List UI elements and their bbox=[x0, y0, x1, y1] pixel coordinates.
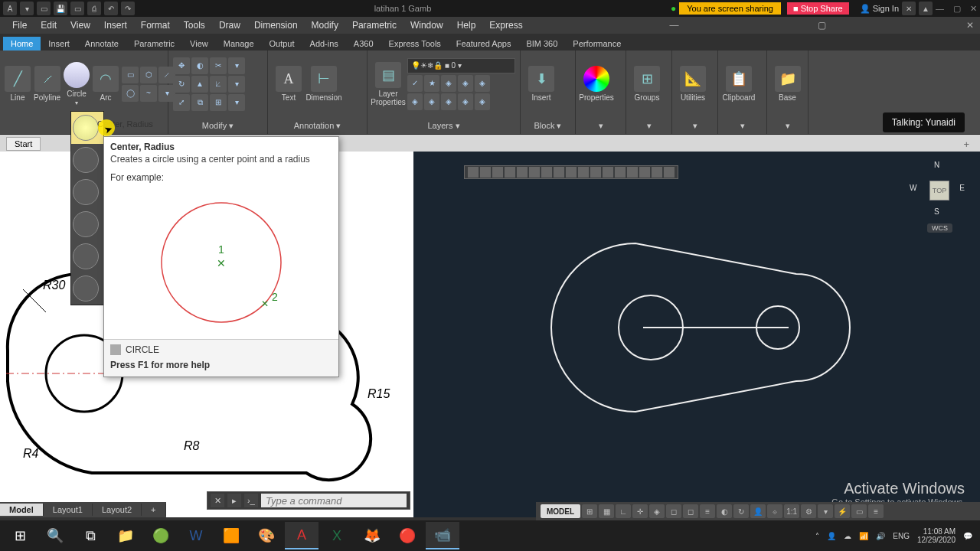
status-model-button[interactable]: MODEL bbox=[541, 504, 580, 518]
tray-cloud-icon[interactable]: ☁ bbox=[844, 532, 851, 540]
menu-window[interactable]: Window bbox=[404, 18, 449, 32]
status-cycling-icon[interactable]: ↻ bbox=[733, 504, 749, 518]
explorer-icon[interactable]: 📁 bbox=[109, 522, 142, 549]
dimension-button[interactable]: ⊢Dimension bbox=[308, 66, 340, 102]
qat-new-icon[interactable]: ▾ bbox=[20, 2, 34, 15]
status-ortho-icon[interactable]: ∟ bbox=[616, 504, 631, 518]
modify-buttons[interactable]: ✥◐✂▾ ↻▲⟀▾ ⤢⧉⊞▾ bbox=[173, 57, 245, 111]
qat-plot-icon[interactable]: ⎙ bbox=[87, 2, 101, 15]
search-button[interactable]: 🔍 bbox=[38, 522, 72, 549]
circle-2point-item[interactable] bbox=[71, 176, 103, 208]
start-button[interactable]: ⊞ bbox=[3, 522, 37, 549]
status-annoscale-icon[interactable]: ⟐ bbox=[767, 504, 782, 518]
utilities-button[interactable]: 📐Utilities bbox=[677, 66, 709, 102]
tab-a360[interactable]: A360 bbox=[346, 37, 381, 51]
tab-layout2[interactable]: Layout2 bbox=[93, 504, 142, 516]
layer-dropdown[interactable]: 💡☀❄🔒 ■ 0 ▾ bbox=[407, 58, 515, 73]
sign-in-button[interactable]: 👤 Sign In bbox=[860, 4, 899, 14]
insert-block-button[interactable]: ⬇Insert bbox=[525, 66, 557, 102]
tab-start[interactable]: Start bbox=[6, 137, 41, 151]
tray-wifi-icon[interactable]: 📶 bbox=[859, 532, 868, 540]
command-input[interactable] bbox=[261, 494, 407, 507]
menu-parametric[interactable]: Parametric bbox=[346, 18, 403, 32]
menu-insert[interactable]: Insert bbox=[98, 18, 133, 32]
status-scale-button[interactable]: 1:1 bbox=[784, 504, 799, 518]
menu-help[interactable]: Help bbox=[451, 18, 482, 32]
taskview-button[interactable]: ⧉ bbox=[74, 522, 107, 549]
doc-minimize-icon[interactable]: — bbox=[663, 18, 677, 32]
exchange-icon[interactable]: ▲ bbox=[919, 2, 933, 15]
clipboard-button[interactable]: 📋Clipboard bbox=[723, 66, 755, 102]
tab-featured[interactable]: Featured Apps bbox=[449, 37, 519, 51]
new-tab-button[interactable]: + bbox=[959, 139, 974, 150]
menu-view[interactable]: View bbox=[64, 18, 96, 32]
status-polar-icon[interactable]: ✛ bbox=[632, 504, 648, 518]
qat-save-icon[interactable]: 💾 bbox=[54, 2, 67, 15]
status-clean-icon[interactable]: ▭ bbox=[851, 504, 867, 518]
tab-insert[interactable]: Insert bbox=[41, 37, 77, 51]
close-button[interactable]: ✕ bbox=[970, 4, 977, 14]
status-hardware-icon[interactable]: ⚡ bbox=[835, 504, 850, 518]
arc-button[interactable]: ◠Arc bbox=[93, 66, 119, 102]
tab-manage[interactable]: Manage bbox=[216, 37, 262, 51]
status-transparency-icon[interactable]: ◐ bbox=[717, 504, 732, 518]
circle-center-diameter-item[interactable] bbox=[71, 144, 103, 176]
menu-tools[interactable]: Tools bbox=[178, 18, 211, 32]
qat-undo-icon[interactable]: ↶ bbox=[104, 2, 118, 15]
qat-redo-icon[interactable]: ↷ bbox=[121, 2, 135, 15]
tray-chevron-icon[interactable]: ˄ bbox=[815, 532, 819, 540]
status-lwt-icon[interactable]: ≡ bbox=[700, 504, 715, 518]
tab-bim360[interactable]: BIM 360 bbox=[518, 37, 565, 51]
maximize-button[interactable]: ▢ bbox=[953, 4, 961, 14]
status-gear-icon[interactable]: ⚙ bbox=[801, 504, 816, 518]
viewport-right[interactable]: TOP N S E W WCS Activate Windows Go to S… bbox=[413, 152, 980, 517]
zoom-icon[interactable]: 📹 bbox=[426, 522, 459, 549]
excel-icon[interactable]: X bbox=[320, 522, 354, 549]
tab-parametric[interactable]: Parametric bbox=[126, 37, 182, 51]
app-red-icon[interactable]: 🔴 bbox=[390, 522, 424, 549]
polyline-button[interactable]: ⟋Polyline bbox=[34, 66, 60, 102]
layer-properties-button[interactable]: ▤Layer Properties bbox=[372, 62, 404, 106]
qat-open-icon[interactable]: ▭ bbox=[37, 2, 51, 15]
tab-model[interactable]: Model bbox=[0, 504, 44, 516]
line-button[interactable]: ╱Line bbox=[5, 66, 31, 102]
circle-button[interactable]: Circle▾ bbox=[64, 62, 90, 106]
tab-annotate[interactable]: Annotate bbox=[77, 37, 126, 51]
menu-express[interactable]: Express bbox=[483, 18, 528, 32]
status-custom-icon[interactable]: ≡ bbox=[868, 504, 884, 518]
status-osnap-icon[interactable]: ◻ bbox=[666, 504, 681, 518]
status-3dosnap-icon[interactable]: ◻ bbox=[683, 504, 698, 518]
menu-format[interactable]: Format bbox=[135, 18, 176, 32]
tab-performance[interactable]: Performance bbox=[565, 37, 629, 51]
autocad-icon[interactable]: A bbox=[285, 522, 318, 549]
cmdline-close-icon[interactable]: ✕ bbox=[211, 494, 224, 507]
tab-express[interactable]: Express Tools bbox=[381, 37, 449, 51]
menu-modify[interactable]: Modify bbox=[305, 18, 345, 32]
tray-volume-icon[interactable]: 🔊 bbox=[876, 532, 885, 540]
circle-ttt-item[interactable] bbox=[71, 272, 103, 305]
minimize-button[interactable]: — bbox=[936, 4, 944, 14]
tray-people-icon[interactable]: 👤 bbox=[827, 532, 836, 540]
chrome-icon[interactable]: 🟢 bbox=[144, 522, 178, 549]
text-button[interactable]: AText bbox=[273, 66, 305, 102]
status-annomon-icon[interactable]: 👤 bbox=[750, 504, 766, 518]
menu-draw[interactable]: Draw bbox=[213, 18, 247, 32]
tray-lang-icon[interactable]: ENG bbox=[893, 532, 910, 540]
stop-share-button[interactable]: ■ Stop Share bbox=[787, 2, 849, 15]
clock[interactable]: 11:08 AM 12/29/2020 bbox=[917, 527, 956, 544]
base-button[interactable]: 📁Base bbox=[772, 66, 803, 102]
menu-file[interactable]: File bbox=[6, 18, 33, 32]
draw-small-buttons[interactable]: ▭⬡⟋ ◯~▾ bbox=[122, 67, 175, 102]
tab-view[interactable]: View bbox=[182, 37, 216, 51]
status-grid-icon[interactable]: ⊞ bbox=[582, 504, 597, 518]
app-orange-icon[interactable]: 🟧 bbox=[214, 522, 248, 549]
status-iso-icon[interactable]: ◈ bbox=[649, 504, 665, 518]
tab-layout1[interactable]: Layout1 bbox=[44, 504, 93, 516]
menu-edit[interactable]: Edit bbox=[34, 18, 63, 32]
menu-dimension[interactable]: Dimension bbox=[248, 18, 304, 32]
circle-3point-item[interactable] bbox=[71, 208, 103, 240]
qat-saveas-icon[interactable]: ▭ bbox=[70, 2, 84, 15]
groups-button[interactable]: ⊞Groups bbox=[631, 66, 663, 102]
cmdline-options-icon[interactable]: ▸ bbox=[227, 494, 241, 507]
tab-home[interactable]: Home bbox=[3, 37, 41, 51]
